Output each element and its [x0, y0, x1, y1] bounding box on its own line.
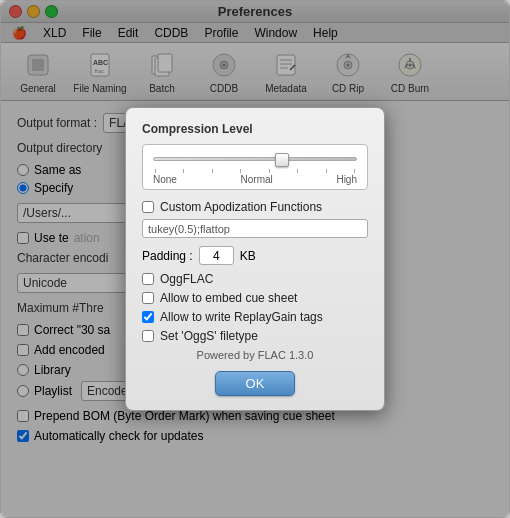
- slider-labels: None Normal High: [153, 174, 357, 185]
- ogg-flac-label: OggFLAC: [160, 272, 213, 286]
- modal-dialog: Compression Level: [125, 107, 385, 411]
- embed-cue-row: Allow to embed cue sheet: [142, 291, 368, 305]
- padding-unit: KB: [240, 249, 256, 263]
- replay-gain-checkbox[interactable]: [142, 311, 154, 323]
- replay-gain-label: Allow to write ReplayGain tags: [160, 310, 323, 324]
- padding-label: Padding :: [142, 249, 193, 263]
- tick-7: [326, 169, 327, 173]
- tick-1: [155, 169, 156, 173]
- slider-rail: [153, 157, 357, 161]
- set-oggs-row: Set 'OggS' filetype: [142, 329, 368, 343]
- set-oggs-label: Set 'OggS' filetype: [160, 329, 258, 343]
- modal-overlay: Compression Level: [1, 1, 509, 517]
- modal-title: Compression Level: [142, 122, 368, 136]
- tick-3: [212, 169, 213, 173]
- tick-5: [269, 169, 270, 173]
- main-window: Preferences 🍎 XLD File Edit CDDB Profile…: [0, 0, 510, 518]
- custom-apodization-row: Custom Apodization Functions: [142, 200, 368, 214]
- embed-cue-label: Allow to embed cue sheet: [160, 291, 297, 305]
- compression-slider-container: None Normal High: [142, 144, 368, 190]
- slider-thumb[interactable]: [275, 153, 289, 167]
- custom-apodization-label: Custom Apodization Functions: [160, 200, 322, 214]
- slider-max-label: High: [336, 174, 357, 185]
- custom-apodization-checkbox[interactable]: [142, 201, 154, 213]
- slider-track[interactable]: [153, 151, 357, 167]
- ogg-flac-checkbox[interactable]: [142, 273, 154, 285]
- tick-4: [240, 169, 241, 173]
- padding-row: Padding : KB: [142, 246, 368, 265]
- tick-6: [297, 169, 298, 173]
- replay-gain-row: Allow to write ReplayGain tags: [142, 310, 368, 324]
- slider-mid-label: Normal: [241, 174, 273, 185]
- ogg-flac-row: OggFLAC: [142, 272, 368, 286]
- tick-2: [183, 169, 184, 173]
- set-oggs-checkbox[interactable]: [142, 330, 154, 342]
- powered-label: Powered by FLAC 1.3.0: [142, 349, 368, 361]
- apodization-input[interactable]: [142, 219, 368, 238]
- slider-ticks: [153, 169, 357, 173]
- tick-8: [354, 169, 355, 173]
- ok-button[interactable]: OK: [215, 371, 296, 396]
- padding-input[interactable]: [199, 246, 234, 265]
- slider-min-label: None: [153, 174, 177, 185]
- embed-cue-checkbox[interactable]: [142, 292, 154, 304]
